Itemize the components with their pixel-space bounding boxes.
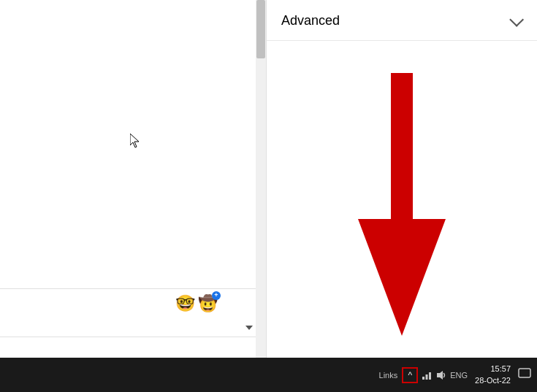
- left-panel-scrollbar[interactable]: [256, 0, 266, 358]
- big-red-arrow-svg: [329, 73, 475, 336]
- systray: ^ ENG: [402, 367, 468, 383]
- svg-marker-1: [358, 73, 446, 336]
- svg-rect-6: [519, 369, 530, 377]
- chevron-up-icon: ^: [408, 370, 412, 380]
- advanced-header[interactable]: Advanced: [267, 0, 537, 41]
- svg-rect-4: [429, 372, 431, 380]
- volume-icon[interactable]: [435, 369, 447, 381]
- svg-marker-5: [437, 371, 443, 380]
- cursor-icon: [130, 134, 142, 151]
- emoji-area: 🤓 🤠 +: [0, 288, 256, 318]
- advanced-title: Advanced: [281, 13, 340, 28]
- right-panel: Advanced: [267, 0, 537, 358]
- taskbar-date: 28-Oct-22: [475, 375, 511, 386]
- systray-show-hidden-icon[interactable]: ^: [402, 367, 418, 383]
- action-center-icon[interactable]: [518, 368, 531, 383]
- taskbar-clock[interactable]: 15:57 28-Oct-22: [475, 364, 511, 386]
- emoji-badge: +: [212, 291, 221, 300]
- dropdown-arrow-icon[interactable]: [245, 326, 253, 330]
- emoji-cowboy: 🤠 +: [198, 294, 218, 313]
- scrollbar-thumb[interactable]: [256, 0, 265, 58]
- taskbar-right: Links ^ ENG: [379, 364, 531, 386]
- svg-rect-3: [426, 374, 428, 380]
- big-red-arrow-container: [329, 73, 475, 336]
- network-icon[interactable]: [421, 369, 433, 381]
- taskbar-links-label: Links: [379, 371, 398, 380]
- main-area: 🤓 🤠 + Advanced: [0, 0, 537, 358]
- emoji-glasses: 🤓: [175, 294, 195, 313]
- left-dropdown-area[interactable]: [0, 318, 256, 337]
- taskbar: Links ^ ENG: [0, 358, 537, 392]
- language-label[interactable]: ENG: [450, 371, 468, 380]
- chevron-down-icon[interactable]: [508, 14, 522, 28]
- left-panel: 🤓 🤠 +: [0, 0, 267, 358]
- taskbar-time: 15:57: [490, 364, 511, 374]
- svg-marker-0: [130, 134, 139, 147]
- svg-rect-2: [422, 377, 424, 380]
